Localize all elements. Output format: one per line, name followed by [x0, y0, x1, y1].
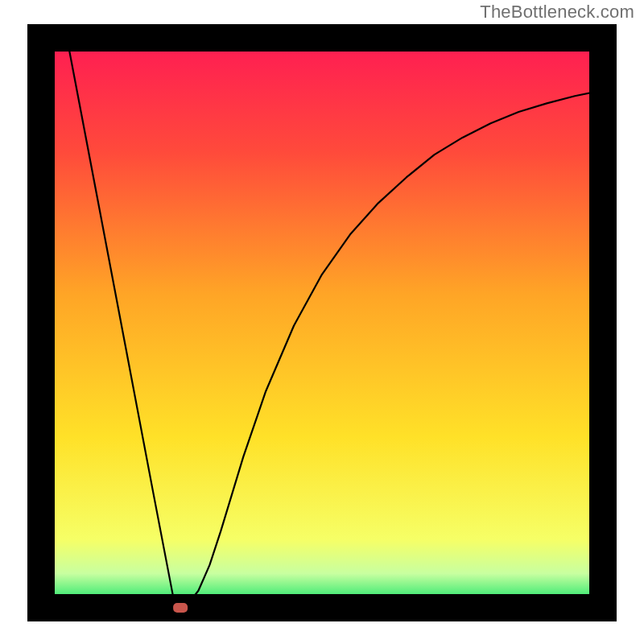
plot-background — [41, 38, 603, 608]
attribution-label: TheBottleneck.com — [480, 2, 634, 23]
bottleneck-chart — [0, 0, 644, 644]
optimum-marker — [173, 603, 188, 613]
chart-frame: TheBottleneck.com — [0, 0, 644, 644]
